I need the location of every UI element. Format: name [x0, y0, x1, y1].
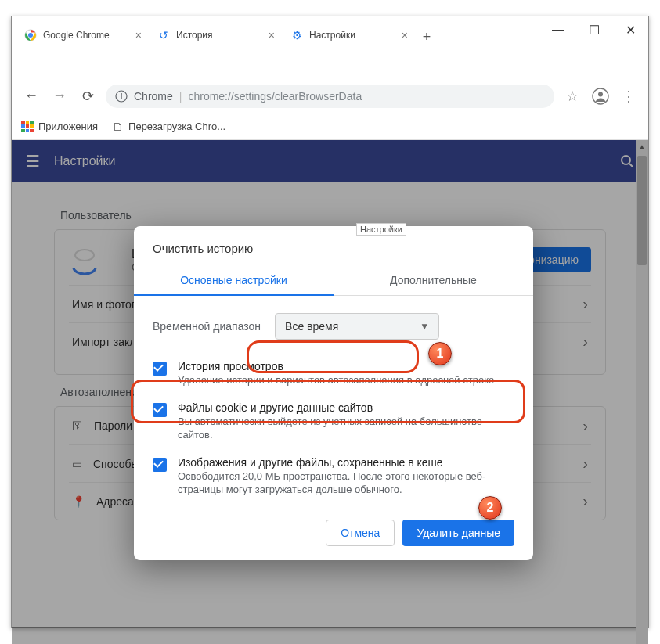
tab-close-icon[interactable]: × — [135, 29, 142, 41]
svg-rect-4 — [121, 95, 121, 99]
address-bar[interactable]: Chrome | chrome://settings/clearBrowserD… — [106, 85, 554, 108]
forward-button: → — [49, 86, 70, 106]
browser-window: — ☐ ✕ Google Chrome × ↺ История × ⚙ Наст… — [11, 16, 649, 628]
option-cache[interactable]: Изображения и другие файлы, сохраненные … — [153, 450, 514, 505]
back-button[interactable]: ← — [21, 86, 41, 106]
option-history[interactable]: История просмотров Удаление истории и ва… — [153, 354, 514, 395]
option-desc: Удаление истории и вариантов автозаполне… — [178, 374, 494, 387]
svg-point-6 — [598, 92, 603, 96]
toolbar: ← → ⟳ Chrome | chrome://settings/clearBr… — [12, 79, 648, 113]
menu-kebab-icon[interactable]: ⋮ — [619, 86, 639, 106]
checkbox-checked[interactable] — [153, 403, 167, 417]
chevron-down-icon: ▼ — [420, 321, 429, 332]
time-range-label: Временной диапазон — [153, 320, 261, 333]
cancel-button[interactable]: Отмена — [326, 520, 395, 546]
url-path: chrome://settings/clearBrowserData — [188, 90, 362, 103]
bookmark-star-icon[interactable]: ☆ — [562, 86, 582, 106]
dialog-body: Временной диапазон Все время ▼ История п… — [134, 296, 533, 509]
tab-close-icon[interactable]: × — [402, 29, 408, 41]
account-icon[interactable] — [590, 86, 611, 106]
clear-data-dialog: Настройки Очистить историю Основные наст… — [134, 226, 533, 560]
bookmarks-bar: Приложения 🗋 Перезагрузка Chro... — [12, 113, 648, 140]
tab-settings[interactable]: ⚙ Настройки × — [283, 23, 416, 48]
site-info-icon[interactable] — [115, 90, 128, 103]
tab-basic[interactable]: Основные настройки — [134, 266, 334, 296]
page-content: ☰ Настройки Пользователь Интеллектуальны… — [12, 140, 648, 644]
apps-shortcut[interactable]: Приложения — [21, 121, 98, 133]
history-icon: ↺ — [157, 29, 170, 41]
select-value: Все время — [285, 320, 338, 333]
page-icon: 🗋 — [112, 120, 124, 133]
settings-gear-icon: ⚙ — [290, 29, 303, 41]
tab-advanced[interactable]: Дополнительные — [334, 266, 533, 296]
tab-close-icon[interactable]: × — [269, 29, 275, 41]
option-title: Файлы cookie и другие данные сайтов — [178, 401, 514, 414]
url-host: Chrome — [134, 90, 173, 103]
svg-point-3 — [121, 93, 122, 95]
apps-label: Приложения — [38, 121, 98, 132]
tab-label: Настройки — [309, 30, 355, 41]
annotation-badge-1: 1 — [428, 342, 452, 365]
new-tab-button[interactable]: + — [416, 26, 438, 48]
option-cookies[interactable]: Файлы cookie и другие данные сайтов Вы а… — [153, 395, 514, 450]
checkbox-checked[interactable] — [153, 362, 167, 376]
time-range-row: Временной диапазон Все время ▼ — [153, 313, 514, 340]
time-range-select[interactable]: Все время ▼ — [275, 313, 439, 340]
option-title: Изображения и другие файлы, сохраненные … — [178, 456, 514, 469]
tab-history[interactable]: ↺ История × — [150, 23, 283, 48]
dialog-title: Очистить историю — [134, 226, 533, 266]
clear-data-button[interactable]: Удалить данные — [402, 520, 514, 546]
tab-label: Google Chrome — [43, 30, 110, 41]
dialog-actions: Отмена Удалить данные — [134, 509, 533, 546]
tab-google-chrome[interactable]: Google Chrome × — [16, 23, 150, 48]
bookmark-item[interactable]: 🗋 Перезагрузка Chro... — [112, 120, 225, 133]
svg-point-1 — [28, 33, 33, 38]
close-window-button[interactable]: ✕ — [612, 20, 648, 40]
option-desc: Освободится 20,0 МБ пространства. После … — [178, 470, 514, 497]
option-desc: Вы автоматически выйдете из учетных запи… — [178, 416, 514, 442]
dialog-tabs: Основные настройки Дополнительные — [134, 266, 533, 296]
tab-label: История — [176, 30, 213, 41]
reload-button[interactable]: ⟳ — [78, 86, 98, 106]
minimize-button[interactable]: — — [540, 20, 576, 40]
tab-tooltip: Настройки — [356, 223, 406, 236]
bookmark-label: Перезагрузка Chro... — [128, 121, 225, 132]
apps-grid-icon — [21, 121, 34, 133]
maximize-button[interactable]: ☐ — [576, 20, 612, 40]
tab-strip: Google Chrome × ↺ История × ⚙ Настройки … — [12, 20, 539, 48]
checkbox-checked[interactable] — [153, 458, 167, 472]
chrome-icon — [24, 29, 37, 41]
